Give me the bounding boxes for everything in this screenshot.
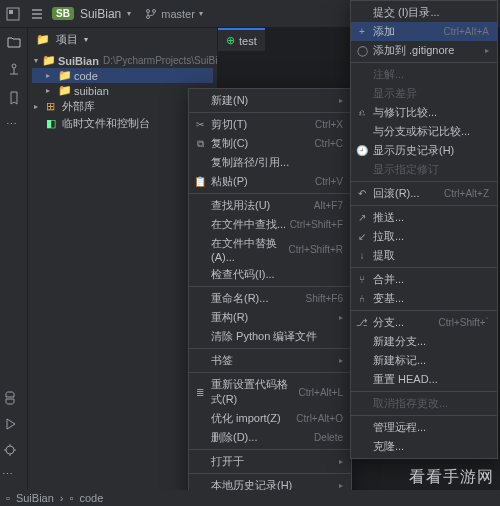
menu-label: 添加 bbox=[373, 24, 395, 39]
menu-separator bbox=[351, 310, 497, 311]
menu-separator bbox=[351, 391, 497, 392]
menu-item[interactable]: 新建(N)▸ bbox=[189, 91, 351, 110]
menu-icon: ⑂ bbox=[355, 274, 369, 285]
menu-item[interactable]: ⑃变基... bbox=[351, 289, 497, 308]
menu-separator bbox=[189, 449, 351, 450]
menu-item: 取消指存更改... bbox=[351, 394, 497, 413]
menu-item[interactable]: 清除 Python 编译文件 bbox=[189, 327, 351, 346]
project-name[interactable]: SuiBian bbox=[80, 7, 121, 21]
menu-label: 在文件中查找... bbox=[211, 217, 286, 232]
menu-item[interactable]: 删除(D)...Delete bbox=[189, 428, 351, 447]
tree-scratch[interactable]: ◧ 临时文件和控制台 bbox=[32, 115, 213, 132]
menu-item[interactable]: ↗推送... bbox=[351, 208, 497, 227]
menu-icon: ↓ bbox=[355, 250, 369, 261]
menu-item[interactable]: 与分支或标记比较... bbox=[351, 122, 497, 141]
chevron-down-icon[interactable]: ▾ bbox=[127, 9, 131, 18]
bc-icon: ▫ bbox=[6, 492, 10, 504]
menu-label: 新建(N) bbox=[211, 93, 248, 108]
branch-icon bbox=[145, 8, 157, 20]
caret-icon: ▸ bbox=[46, 86, 54, 95]
menu-item[interactable]: 重构(R)▸ bbox=[189, 308, 351, 327]
tree-root[interactable]: ▾ 📁 SuiBian D:\PycharmProjects\SuiBian bbox=[32, 53, 213, 68]
scratch-icon: ◧ bbox=[46, 117, 58, 130]
menu-item[interactable]: ↶回滚(R)...Ctrl+Alt+Z bbox=[351, 184, 497, 203]
menu-label: 新建分支... bbox=[373, 334, 426, 349]
menu-item[interactable]: 优化 import(Z)Ctrl+Alt+O bbox=[189, 409, 351, 428]
folder-icon[interactable] bbox=[6, 34, 22, 50]
menu-item[interactable]: 新建标记... bbox=[351, 351, 497, 370]
menu-item[interactable]: 在文件中替换(A)...Ctrl+Shift+R bbox=[189, 234, 351, 265]
menu-separator bbox=[189, 286, 351, 287]
menu-item[interactable]: 重命名(R)...Shift+F6 bbox=[189, 289, 351, 308]
svg-point-4 bbox=[153, 9, 156, 12]
menu-item[interactable]: ⎌与修订比较... bbox=[351, 103, 497, 122]
python-console-icon[interactable] bbox=[2, 390, 18, 406]
menu-item[interactable]: ⑂合并... bbox=[351, 270, 497, 289]
menu-icon: ◯ bbox=[355, 45, 369, 56]
crumb[interactable]: code bbox=[79, 492, 103, 504]
menu-label: 重置 HEAD... bbox=[373, 372, 438, 387]
menu-item[interactable]: 克隆... bbox=[351, 437, 497, 456]
tree-ext-lib[interactable]: ▸ ⊞ 外部库 bbox=[32, 98, 213, 115]
menu-label: 复制(C) bbox=[211, 136, 248, 151]
menu-item[interactable]: ⎇分支...Ctrl+Shift+` bbox=[351, 313, 497, 332]
debug-icon[interactable] bbox=[2, 442, 18, 458]
statusbar: ▫ SuiBian › ▫ code bbox=[0, 490, 500, 506]
bookmarks-icon[interactable] bbox=[6, 90, 22, 106]
tree-folder-code[interactable]: ▸ 📁 code bbox=[32, 68, 213, 83]
folder-icon: ▫ bbox=[70, 492, 74, 504]
run-icon[interactable] bbox=[2, 416, 18, 432]
menu-item[interactable]: +添加Ctrl+Alt+A bbox=[351, 22, 497, 41]
editor-tab[interactable]: ⊕ test bbox=[218, 28, 265, 51]
menu-label: 合并... bbox=[373, 272, 404, 287]
menu-item[interactable]: 打开于▸ bbox=[189, 452, 351, 471]
menu-item[interactable]: 检查代码(I)... bbox=[189, 265, 351, 284]
more-icon[interactable]: ⋯ bbox=[2, 468, 18, 484]
crumb[interactable]: SuiBian bbox=[16, 492, 54, 504]
menu-item[interactable]: 在文件中查找...Ctrl+Shift+F bbox=[189, 215, 351, 234]
menu-item[interactable]: 书签▸ bbox=[189, 351, 351, 370]
structure-icon[interactable] bbox=[6, 62, 22, 78]
menu-item[interactable]: 复制路径/引用... bbox=[189, 153, 351, 172]
menu-item[interactable]: ✂剪切(T)Ctrl+X bbox=[189, 115, 351, 134]
menu-label: 提交 (I)目录... bbox=[373, 5, 440, 20]
menu-item[interactable]: ◯添加到 .gitignore▸ bbox=[351, 41, 497, 60]
menu-label: 分支... bbox=[373, 315, 404, 330]
menu-item[interactable]: ⧉复制(C)Ctrl+C bbox=[189, 134, 351, 153]
menu-item[interactable]: 重置 HEAD... bbox=[351, 370, 497, 389]
lib-icon: ⊞ bbox=[46, 100, 58, 113]
menu-item[interactable]: 🕘显示历史记录(H) bbox=[351, 141, 497, 160]
menu-icon[interactable] bbox=[28, 5, 46, 23]
menu-label: 显示指定修订 bbox=[373, 162, 439, 177]
shortcut: Delete bbox=[314, 432, 343, 443]
menu-label: 显示历史记录(H) bbox=[373, 143, 454, 158]
menu-item[interactable]: 新建分支... bbox=[351, 332, 497, 351]
menu-label: 删除(D)... bbox=[211, 430, 257, 445]
menu-label: 添加到 .gitignore bbox=[373, 43, 454, 58]
context-menu: 新建(N)▸✂剪切(T)Ctrl+X⧉复制(C)Ctrl+C复制路径/引用...… bbox=[188, 88, 352, 506]
ide-icon[interactable] bbox=[4, 5, 22, 23]
tab-label: test bbox=[239, 35, 257, 47]
menu-item[interactable]: 管理远程... bbox=[351, 418, 497, 437]
menu-icon: + bbox=[355, 26, 369, 37]
menu-item[interactable]: ↓提取 bbox=[351, 246, 497, 265]
tree-root-label: SuiBian bbox=[58, 55, 99, 67]
more-icon[interactable]: ⋯ bbox=[6, 118, 22, 134]
folder-icon: 📁 bbox=[58, 69, 70, 82]
menu-separator bbox=[189, 372, 351, 373]
vcs-branch[interactable]: master ▾ bbox=[145, 8, 203, 20]
shortcut: Ctrl+Alt+A bbox=[443, 26, 489, 37]
menu-item[interactable]: 📋粘贴(P)Ctrl+V bbox=[189, 172, 351, 191]
menu-item[interactable]: ↙拉取... bbox=[351, 227, 497, 246]
svg-point-6 bbox=[6, 446, 14, 454]
shortcut: Ctrl+Shift+R bbox=[289, 244, 343, 255]
tree-folder-suibian[interactable]: ▸ 📁 suibian bbox=[32, 83, 213, 98]
menu-label: 显示差异 bbox=[373, 86, 417, 101]
menu-item[interactable]: ≣重新设置代码格式(R)Ctrl+Alt+L bbox=[189, 375, 351, 409]
menu-item[interactable]: 提交 (I)目录... bbox=[351, 3, 497, 22]
panel-header[interactable]: 📁 项目 ▾ bbox=[28, 28, 217, 51]
menu-icon: ↗ bbox=[355, 212, 369, 223]
menu-icon: ↶ bbox=[355, 188, 369, 199]
panel-title: 项目 bbox=[56, 32, 78, 47]
menu-item[interactable]: 查找用法(U)Alt+F7 bbox=[189, 196, 351, 215]
